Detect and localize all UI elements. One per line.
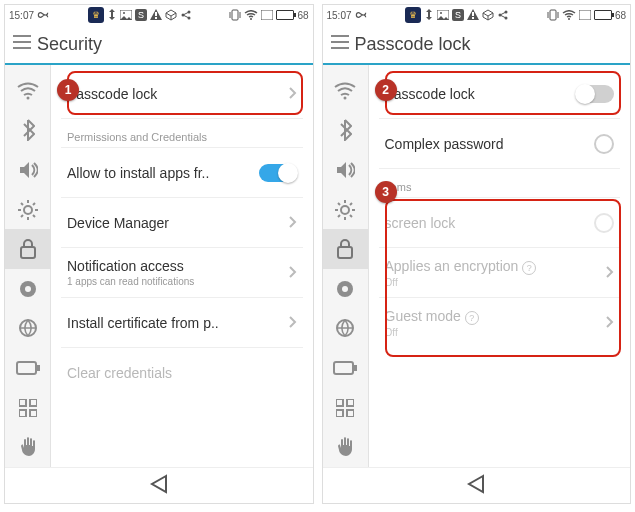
row-passcode-lock[interactable]: Passcode lock	[61, 69, 303, 119]
row-encryption: Applies an encryption? Off	[379, 248, 621, 298]
cube-icon	[165, 9, 177, 21]
sound-tab-icon[interactable]	[322, 150, 368, 190]
status-time: 15:07	[9, 10, 34, 21]
row-label: Device Manager	[67, 215, 289, 231]
navbar	[323, 467, 631, 503]
svg-rect-45	[347, 399, 354, 406]
svg-point-16	[25, 286, 31, 292]
sidebar	[323, 65, 369, 467]
radio-complex[interactable]	[594, 134, 614, 154]
sound-tab-icon[interactable]	[5, 150, 51, 190]
menu-icon[interactable]	[331, 35, 349, 53]
svg-rect-5	[155, 17, 157, 19]
signal-icon	[261, 10, 273, 20]
picture-icon	[120, 10, 132, 20]
globe-tab-icon[interactable]	[322, 309, 368, 349]
menu-icon[interactable]	[13, 35, 31, 53]
svg-rect-38	[338, 247, 352, 258]
hand-tab-icon[interactable]	[5, 427, 51, 467]
content-right: 2 Passcode lock Complex password 3 Items…	[369, 65, 631, 467]
svg-text:S: S	[455, 10, 461, 20]
apps-tab-icon[interactable]	[322, 388, 368, 428]
svg-rect-33	[550, 10, 556, 20]
apps-tab-icon[interactable]	[5, 388, 51, 428]
row-clear-credentials: Clear credentials	[61, 348, 303, 398]
hand-tab-icon[interactable]	[322, 427, 368, 467]
chevron-right-icon	[289, 215, 297, 231]
chevron-right-icon	[289, 86, 297, 102]
row-label: Allow to install apps fr..	[67, 165, 259, 181]
svg-point-12	[26, 96, 29, 99]
status-battery: 68	[615, 10, 626, 21]
phone-right: 15:07 ♛ S 68 Passcode lock	[322, 4, 632, 504]
row-label: Passcode lock	[385, 86, 577, 102]
row-device-manager[interactable]: Device Manager	[61, 198, 303, 248]
battery-tab-icon[interactable]	[322, 348, 368, 388]
usb-icon	[107, 9, 117, 21]
bluetooth-tab-icon[interactable]	[5, 111, 51, 151]
row-label: Clear credentials	[67, 365, 297, 381]
svg-rect-18	[17, 362, 36, 374]
svg-point-37	[341, 206, 349, 214]
row-notification-access[interactable]: Notification access 1 apps can read noti…	[61, 248, 303, 298]
header: Security	[5, 25, 313, 65]
svg-text:S: S	[138, 10, 144, 20]
svg-rect-21	[30, 399, 37, 406]
globe-tab-icon[interactable]	[5, 309, 51, 349]
svg-rect-35	[579, 10, 591, 20]
chevron-right-icon	[289, 265, 297, 281]
lock-tab-icon[interactable]	[322, 229, 368, 269]
row-label: screen lock	[385, 215, 595, 231]
svg-rect-20	[19, 399, 26, 406]
svg-rect-9	[232, 10, 238, 20]
s-badge-icon: S	[135, 9, 147, 21]
bluetooth-tab-icon[interactable]	[322, 111, 368, 151]
row-passcode-toggle[interactable]: Passcode lock	[379, 69, 621, 119]
share-icon	[180, 9, 192, 21]
share-icon	[497, 9, 509, 21]
help-icon: ?	[465, 311, 479, 325]
brightness-tab-icon[interactable]	[322, 190, 368, 230]
row-install-cert[interactable]: Install certificate from p..	[61, 298, 303, 348]
battery-tab-icon[interactable]	[5, 348, 51, 388]
signal-icon	[579, 10, 591, 20]
battery-icon	[276, 10, 294, 20]
toggle-install-apps[interactable]	[259, 164, 297, 182]
back-icon[interactable]	[148, 473, 170, 499]
crown-icon: ♛	[405, 7, 421, 23]
location-tab-icon[interactable]	[5, 269, 51, 309]
back-icon[interactable]	[465, 473, 487, 499]
row-sublabel: Off	[385, 277, 607, 288]
svg-rect-46	[336, 410, 343, 417]
vibrate-icon	[229, 9, 241, 21]
row-sublabel: Off	[385, 327, 607, 338]
wifi-tab-icon[interactable]	[5, 71, 51, 111]
svg-point-10	[250, 18, 252, 20]
warning-icon	[467, 9, 479, 21]
page-title: Security	[37, 34, 102, 55]
statusbar: 15:07 ♛ S 68	[323, 5, 631, 25]
vibrate-icon	[547, 9, 559, 21]
svg-point-40	[342, 286, 348, 292]
wifi-tab-icon[interactable]	[322, 71, 368, 111]
chevron-right-icon	[289, 315, 297, 331]
help-icon: ?	[522, 261, 536, 275]
svg-rect-22	[19, 410, 26, 417]
warning-icon	[150, 9, 162, 21]
row-install-apps[interactable]: Allow to install apps fr..	[61, 148, 303, 198]
svg-point-1	[123, 12, 125, 14]
svg-rect-19	[37, 365, 40, 371]
svg-point-36	[344, 96, 347, 99]
row-complex-password[interactable]: Complex password	[379, 119, 621, 169]
chevron-right-icon	[606, 265, 614, 281]
location-tab-icon[interactable]	[322, 269, 368, 309]
svg-rect-4	[155, 12, 157, 16]
lock-tab-icon[interactable]	[5, 229, 51, 269]
s-badge-icon: S	[452, 9, 464, 21]
wifi-icon	[562, 10, 576, 20]
infinity-icon	[354, 10, 368, 20]
page-title: Passcode lock	[355, 34, 471, 55]
svg-rect-47	[347, 410, 354, 417]
toggle-passcode[interactable]	[576, 85, 614, 103]
brightness-tab-icon[interactable]	[5, 190, 51, 230]
